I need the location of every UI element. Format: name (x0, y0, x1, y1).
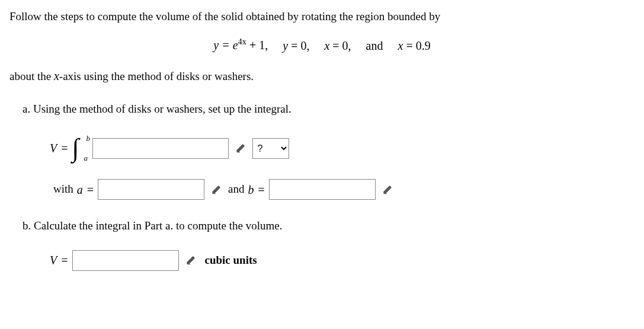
equals-sign-a: = (83, 181, 98, 199)
with-text: with (50, 181, 77, 198)
volume-answer-row: V = cubic units (50, 250, 635, 271)
b-variable: b (248, 181, 254, 199)
equals-sign: = (57, 139, 72, 157)
edit-pencil-icon[interactable] (379, 181, 396, 198)
volume-V-b: V (50, 251, 57, 269)
intro-text: Follow the steps to compute the volume o… (9, 8, 635, 25)
equals-sign-b: = (254, 181, 269, 199)
cubic-units-label: cubic units (205, 252, 257, 269)
equals-sign-v: = (57, 251, 72, 269)
integral-symbol: ∫ b a (72, 135, 79, 161)
a-value-input[interactable] (98, 179, 204, 200)
edit-pencil-icon[interactable] (232, 140, 249, 156)
part-b-label: b. Calculate the integral in Part a. to … (23, 218, 635, 235)
differential-select[interactable]: ? (252, 138, 289, 159)
integral-upper-limit: b (86, 133, 91, 145)
limits-row: with a = and b = (50, 179, 635, 200)
volume-value-input[interactable] (72, 250, 179, 271)
b-value-input[interactable] (269, 179, 376, 200)
edit-pencil-icon[interactable] (182, 252, 199, 269)
integrand-input[interactable] (92, 138, 229, 159)
a-variable: a (77, 181, 83, 199)
eq-y: y = e4x + 1, (213, 39, 268, 52)
integral-setup-row: V = ∫ b a ? (50, 135, 635, 161)
and-b-text: and (225, 181, 248, 198)
part-a-label: a. Using the method of disks or washers,… (23, 101, 635, 118)
about-axis-text: about the x-axis using the method of dis… (9, 67, 635, 85)
eq-x0: x = 0, (324, 39, 351, 52)
edit-pencil-icon[interactable] (208, 181, 225, 198)
eq-y0: y = 0, (283, 39, 309, 52)
eq-x09: x = 0.9 (398, 39, 430, 52)
integral-lower-limit: a (84, 152, 88, 164)
bounding-equations: y = e4x + 1, y = 0, x = 0, and x = 0.9 (9, 36, 635, 55)
eq-and: and (366, 39, 383, 52)
volume-V: V (50, 139, 57, 157)
